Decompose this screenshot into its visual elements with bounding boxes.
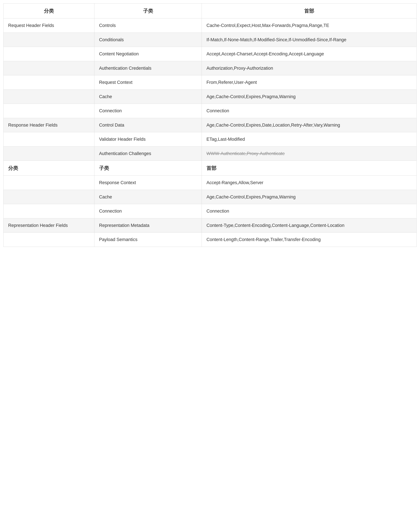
cell-subcategory: Representation Metadata: [94, 218, 202, 233]
table-row: Cache Age,Cache-Control,Expires,Pragma,W…: [3, 190, 417, 204]
cell-headers: Age,Cache-Control,Expires,Pragma,Warning: [202, 190, 417, 204]
cell-subcategory: Authentication Credentials: [94, 61, 202, 75]
cell-headers: Accept,Accept-Charset,Accept-Encoding,Ac…: [202, 47, 417, 61]
cell-subcategory: Response Context: [94, 176, 202, 190]
cell-subcategory: Request Context: [94, 75, 202, 90]
header-category: 分类: [3, 3, 94, 18]
cell-category: [3, 47, 94, 61]
cell-category: Request Header Fields: [3, 18, 94, 33]
table-row: Payload Semantics Content-Length,Content…: [3, 233, 417, 247]
table-row: Conditionals If-Match,If-None-Match,If-M…: [3, 33, 417, 47]
cell-category: [3, 75, 94, 90]
table-row: Connection Connection: [3, 104, 417, 118]
table-row: Response Header Fields Control Data Age,…: [3, 118, 417, 132]
sticky-col3: 首部: [202, 161, 417, 176]
http-headers-table: 分类 子类 首部 Request Header Fields Controls …: [3, 3, 417, 247]
header-fields: 首部: [202, 3, 417, 18]
cell-headers: If-Match,If-None-Match,If-Modified-Since…: [202, 33, 417, 47]
header-subcategory: 子类: [94, 3, 202, 18]
table-row: Connection Connection: [3, 204, 417, 218]
table-row: Cache Age,Cache-Control,Expires,Pragma,W…: [3, 90, 417, 104]
cell-headers: Accept-Ranges,Allow,Server: [202, 176, 417, 190]
cell-subcategory: Connection: [94, 204, 202, 218]
table-row: Content Negotiation Accept,Accept-Charse…: [3, 47, 417, 61]
cell-category: [3, 190, 94, 204]
table-header-row: 分类 子类 首部: [3, 3, 417, 18]
cell-headers: Age,Cache-Control,Expires,Date,Location,…: [202, 118, 417, 132]
cell-headers: Cache-Control,Expect,Host,Max-Forwards,P…: [202, 18, 417, 33]
cell-headers: Authorization,Proxy-Authorization: [202, 61, 417, 75]
cell-category: Representation Header Fields: [3, 218, 94, 233]
table-row: Representation Header Fields Representat…: [3, 218, 417, 233]
cell-category: [3, 204, 94, 218]
table-row: Request Header Fields Controls Cache-Con…: [3, 18, 417, 33]
cell-category: [3, 90, 94, 104]
cell-category: Response Header Fields: [3, 118, 94, 132]
cell-subcategory: Controls: [94, 18, 202, 33]
cell-category: [3, 233, 94, 247]
table-row: Response Context Accept-Ranges,Allow,Ser…: [3, 176, 417, 190]
cell-headers: Content-Type,Content-Encoding,Content-La…: [202, 218, 417, 233]
cell-subcategory: Content Negotiation: [94, 47, 202, 61]
cell-subcategory: Authentication Challenges: [94, 146, 202, 161]
cell-category: [3, 61, 94, 75]
cell-headers: Connection: [202, 204, 417, 218]
cell-headers: From,Referer,User-Agent: [202, 75, 417, 90]
sticky-header-row: 分类 子类 首部: [3, 161, 417, 176]
cell-subcategory: Cache: [94, 190, 202, 204]
table-row: Validator Header Fields ETag,Last-Modifi…: [3, 132, 417, 146]
cell-headers: ETag,Last-Modified: [202, 132, 417, 146]
cell-subcategory: Cache: [94, 90, 202, 104]
table-row: Authentication Challenges WWW-Authentica…: [3, 146, 417, 161]
cell-subcategory: Validator Header Fields: [94, 132, 202, 146]
cell-category: [3, 33, 94, 47]
cell-category: [3, 176, 94, 190]
cell-headers: Age,Cache-Control,Expires,Pragma,Warning: [202, 90, 417, 104]
cell-category: [3, 132, 94, 146]
sticky-col1: 分类: [3, 161, 94, 176]
table-row: Authentication Credentials Authorization…: [3, 61, 417, 75]
cell-category: [3, 104, 94, 118]
sticky-col2: 子类: [94, 161, 202, 176]
cell-headers: Connection: [202, 104, 417, 118]
cell-subcategory: Payload Semantics: [94, 233, 202, 247]
table-row: Request Context From,Referer,User-Agent: [3, 75, 417, 90]
cell-subcategory: Control Data: [94, 118, 202, 132]
cell-headers: WWW-Authenticate,Proxy-Authenticate: [202, 146, 417, 161]
cell-subcategory: Connection: [94, 104, 202, 118]
cell-headers: Content-Length,Content-Range,Trailer,Tra…: [202, 233, 417, 247]
cell-category: [3, 146, 94, 161]
cell-subcategory: Conditionals: [94, 33, 202, 47]
